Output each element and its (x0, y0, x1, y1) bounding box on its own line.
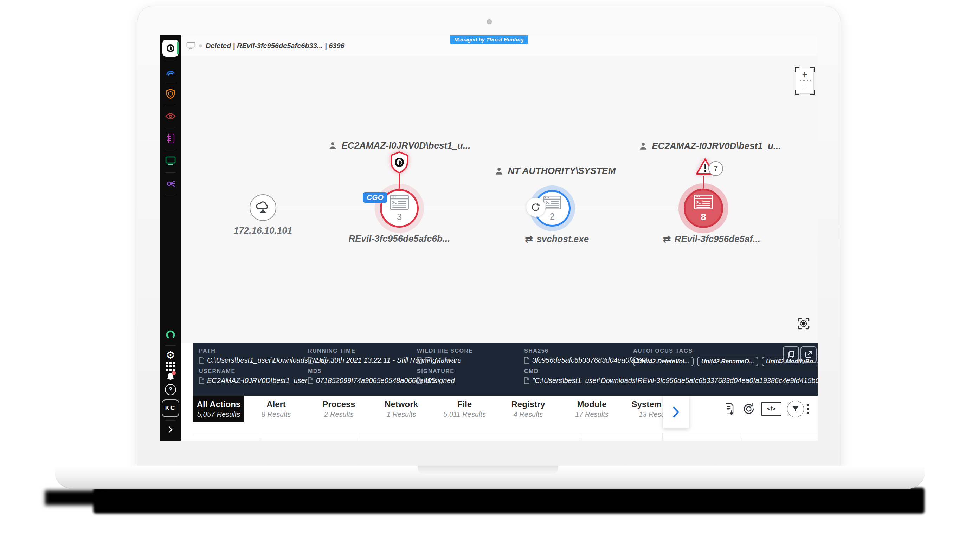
sidebar-item-shield[interactable] (166, 89, 175, 99)
node-revil-label: ⇄ REvil-3fc956de5af... (663, 233, 760, 245)
file-icon (524, 377, 529, 384)
cgo-badge[interactable]: CGO (363, 192, 387, 203)
column-divider (662, 433, 663, 441)
tab-module[interactable]: Module 17 Results (560, 396, 624, 422)
report-link-icon[interactable] (425, 357, 432, 364)
sidebar-expand-button[interactable] (168, 426, 173, 434)
file-icon (199, 357, 204, 364)
person-icon (495, 167, 504, 176)
ring-icon (165, 329, 176, 340)
notification-dot (172, 371, 176, 375)
copy-details-button[interactable] (783, 347, 799, 363)
field-username: USERNAME EC2AMAZ-I0JRV0D\best1_user (199, 368, 307, 385)
sidebar-divider (165, 345, 176, 346)
sidebar-item-arcs[interactable] (165, 67, 176, 76)
process-window-icon (543, 195, 561, 211)
autofocus-tag[interactable]: Unit42.DeleteVol... (633, 356, 694, 366)
refresh-button[interactable] (742, 402, 755, 415)
apps-grid-icon (166, 362, 175, 371)
managed-by-threat-hunting-badge: Managed by Threat Hunting (450, 35, 528, 44)
tab-process[interactable]: Process 2 Results (308, 396, 370, 422)
results-table-top (193, 422, 818, 441)
sidebar-item-settings[interactable]: ⚙ (166, 350, 175, 360)
sidebar-divider (165, 150, 176, 150)
zoom-control: + − (795, 68, 814, 94)
alert-count-badge[interactable]: 7 (708, 161, 723, 176)
chevron-right-icon (672, 406, 680, 418)
alert-connector (703, 176, 704, 189)
gear-icon: ⚙ (166, 350, 175, 360)
node-revil-process[interactable]: 8 (684, 189, 723, 228)
screen-bottom-edge (160, 441, 818, 441)
file-icon (524, 357, 529, 364)
sidebar-divider (165, 127, 176, 128)
field-signature: SIGNATURE Unsigned (417, 368, 455, 385)
app-sidebar: ⚙ ? KC (160, 35, 181, 441)
field-md5: MD5 071852099f74a9065e0548a0660aff05 (308, 368, 435, 385)
swap-icon: ⇄ (663, 233, 671, 245)
refresh-icon (742, 402, 755, 415)
breadcrumb: Deleted | REvil-3fc956de5afc6b33... | 63… (181, 42, 344, 50)
sidebar-item-endpoints[interactable] (165, 156, 176, 165)
tab-all-actions[interactable]: All Actions 5,057 Results (193, 396, 244, 422)
graph-edge (425, 208, 530, 208)
column-divider (741, 433, 741, 441)
process-breadcrumb-text: Deleted | REvil-3fc956de5afc6b33... | 63… (206, 42, 344, 50)
node-count: 8 (701, 212, 706, 223)
filter-button[interactable] (787, 401, 804, 417)
more-tabs-button[interactable] (663, 396, 689, 428)
tab-network[interactable]: Network 1 Results (370, 396, 433, 422)
center-graph-button[interactable] (796, 316, 811, 331)
laptop-lid: ⚙ ? KC (137, 6, 841, 468)
sidebar-item-document[interactable] (166, 133, 175, 144)
file-icon (308, 357, 313, 364)
node-host-label: 172.16.10.101 (234, 225, 292, 236)
cortex-agent-shield-icon[interactable] (389, 151, 409, 175)
sidebar-item-profile[interactable]: KC (162, 399, 179, 417)
more-options-button[interactable] (807, 404, 809, 414)
sidebar-divider (165, 420, 176, 420)
open-details-button[interactable] (800, 347, 817, 363)
autofocus-tag[interactable]: Unit42.RenameO... (697, 356, 758, 366)
person-icon (328, 141, 338, 150)
tab-file[interactable]: File 5,011 Results (433, 396, 497, 422)
sidebar-item-help[interactable]: ? (165, 384, 176, 395)
process-details-panel: PATH C:\Users\best1_user\Downloads\REvil… (193, 343, 818, 396)
sidebar-divider (165, 82, 176, 82)
sidebar-item-apps[interactable] (166, 362, 175, 371)
actions-tabbar: All Actions 5,057 Results Alert 8 Result… (193, 396, 818, 422)
export-button[interactable] (723, 402, 735, 415)
laptop-shadow-left (45, 490, 101, 505)
node-host[interactable] (250, 194, 276, 221)
injection-badge-icon[interactable] (526, 198, 545, 217)
status-dot (199, 44, 202, 48)
sidebar-item-notifications[interactable] (166, 372, 175, 383)
cortex-xdr-logo-icon (162, 40, 178, 57)
query-builder-button[interactable]: </> (761, 402, 782, 416)
app-screen: ⚙ ? KC (160, 35, 818, 441)
monitor-icon (186, 42, 196, 49)
monitor-icon (165, 156, 176, 165)
process-window-icon (390, 195, 409, 212)
sidebar-item-network[interactable] (166, 179, 175, 189)
chevron-right-icon (168, 426, 173, 434)
causality-graph: 172.16.10.101 EC2AMAZ-I0JRV0D\best1_u...… (181, 56, 818, 343)
node-cgo-label: REvil-3fc956de5afc6b... (348, 233, 450, 244)
sidebar-divider (165, 60, 176, 60)
laptop-notch (417, 466, 558, 475)
sidebar-item-cortex-xdr[interactable] (162, 40, 178, 57)
sidebar-divider (165, 172, 176, 173)
shield-connector (399, 174, 400, 189)
file-icon (199, 377, 204, 384)
sidebar-item-eye[interactable] (165, 113, 176, 120)
arcs-icon (165, 67, 176, 76)
node-count: 2 (550, 212, 555, 222)
external-link-icon (804, 350, 813, 359)
tab-registry[interactable]: Registry 4 Results (496, 396, 560, 422)
tab-alert[interactable]: Alert 8 Results (244, 396, 308, 422)
eye-icon (165, 113, 176, 120)
filter-funnel-icon (787, 401, 804, 417)
node-revil-user: EC2AMAZ-I0JRV0D\best1_u... (639, 140, 781, 151)
cloud-network-icon (255, 200, 271, 215)
sidebar-item-ring[interactable] (165, 329, 176, 340)
